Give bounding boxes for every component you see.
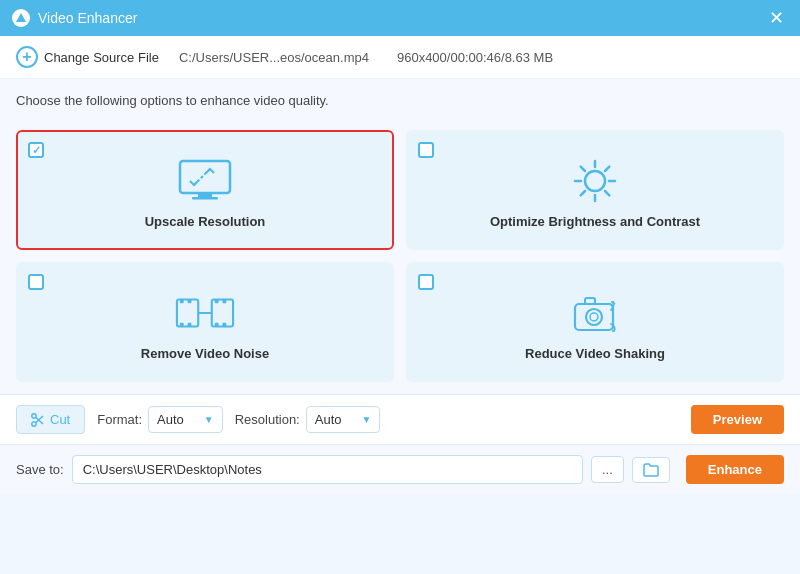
svg-rect-21 [222,299,226,303]
close-button[interactable]: ✕ [765,7,788,29]
scissors-icon [31,413,45,427]
shaking-icon [565,288,625,338]
format-value: Auto [157,412,184,427]
format-label: Format: [97,412,142,427]
save-folder-button[interactable] [632,457,670,483]
noise-icon [175,288,235,338]
source-file-path: C:/Users/USER...eos/ocean.mp4 [179,50,369,65]
bottom-toolbar: Cut Format: Auto ▼ Resolution: Auto ▼ Pr… [0,394,800,444]
options-grid: Upscale Resolution Optimize Brightness a… [0,118,800,394]
title-bar-left: Video Enhancer [12,9,137,27]
brightness-icon [565,156,625,206]
svg-point-30 [32,413,36,417]
svg-rect-17 [180,322,184,326]
svg-rect-28 [585,298,595,304]
format-group: Format: Auto ▼ [97,406,222,433]
svg-rect-2 [198,193,212,197]
noise-label: Remove Video Noise [141,346,269,361]
save-path-input[interactable] [72,455,583,484]
svg-line-13 [581,191,585,195]
svg-point-26 [586,309,602,325]
svg-rect-18 [188,322,192,326]
checkbox-noise[interactable] [28,274,44,290]
svg-rect-1 [180,161,230,193]
option-shaking[interactable]: Reduce Video Shaking [406,262,784,382]
save-dots-button[interactable]: ... [591,456,624,483]
svg-line-12 [605,166,609,170]
svg-rect-16 [188,299,192,303]
svg-rect-22 [215,322,219,326]
resolution-dropdown[interactable]: Auto ▼ [306,406,381,433]
option-noise[interactable]: Remove Video Noise [16,262,394,382]
source-file-info: 960x400/00:00:46/8.63 MB [397,50,553,65]
cut-label: Cut [50,412,70,427]
svg-rect-19 [212,299,233,326]
title-bar: Video Enhancer ✕ [0,0,800,36]
svg-line-10 [581,166,585,170]
format-dropdown[interactable]: Auto ▼ [148,406,223,433]
change-source-label: Change Source File [44,50,159,65]
resolution-label: Resolution: [235,412,300,427]
upscale-label: Upscale Resolution [145,214,266,229]
resolution-value: Auto [315,412,342,427]
svg-rect-3 [192,197,218,200]
enhance-button[interactable]: Enhance [686,455,784,484]
folder-icon [643,463,659,477]
svg-rect-25 [575,304,613,330]
checkbox-brightness[interactable] [418,142,434,158]
cut-button[interactable]: Cut [16,405,85,434]
app-title: Video Enhancer [38,10,137,26]
svg-rect-20 [215,299,219,303]
source-bar: + Change Source File C:/Users/USER...eos… [0,36,800,79]
svg-line-11 [605,191,609,195]
resolution-dropdown-arrow: ▼ [361,414,371,425]
svg-rect-14 [177,299,198,326]
checkbox-upscale[interactable] [28,142,44,158]
svg-point-29 [32,421,36,425]
brightness-label: Optimize Brightness and Contrast [490,214,700,229]
change-source-button[interactable]: + Change Source File [16,46,159,68]
svg-point-27 [590,313,598,321]
app-icon [12,9,30,27]
svg-point-5 [585,171,605,191]
option-upscale[interactable]: Upscale Resolution [16,130,394,250]
upscale-icon [175,156,235,206]
svg-rect-23 [222,322,226,326]
save-bar: Save to: ... Enhance [0,444,800,494]
instruction-text: Choose the following options to enhance … [0,79,800,118]
svg-marker-0 [16,13,26,22]
preview-button[interactable]: Preview [691,405,784,434]
format-dropdown-arrow: ▼ [204,414,214,425]
option-brightness[interactable]: Optimize Brightness and Contrast [406,130,784,250]
checkbox-shaking[interactable] [418,274,434,290]
add-icon: + [16,46,38,68]
save-label: Save to: [16,462,64,477]
shaking-label: Reduce Video Shaking [525,346,665,361]
svg-rect-15 [180,299,184,303]
resolution-group: Resolution: Auto ▼ [235,406,381,433]
